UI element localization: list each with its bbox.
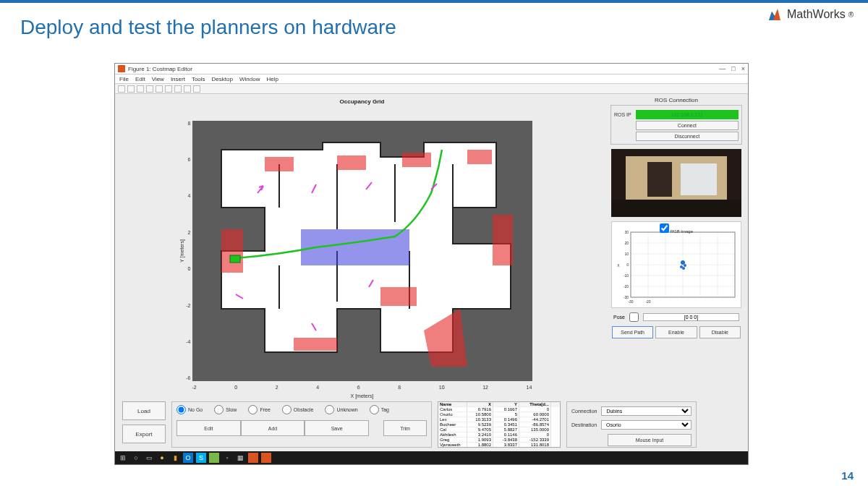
disconnect-button[interactable]: Disconnect [636, 132, 739, 141]
outlook-icon[interactable]: O [183, 453, 193, 463]
svg-text:-20: -20 [645, 299, 650, 304]
occupancy-grid-plot[interactable]: Occupancy Grid Y [meters] X [meters] 864… [115, 94, 609, 397]
menu-help[interactable]: Help [266, 76, 278, 82]
load-button[interactable]: Load [122, 401, 166, 420]
toolbar-icon[interactable] [165, 85, 172, 93]
svg-rect-6 [493, 215, 513, 265]
menu-desktop[interactable]: Desktop [212, 76, 233, 82]
svg-rect-5 [467, 150, 492, 164]
table-row[interactable]: Akhilesh3.24100.11460 [438, 432, 560, 438]
toolbar-icon[interactable] [118, 85, 125, 93]
svg-text:10: 10 [624, 252, 629, 256]
menu-view[interactable]: View [152, 76, 164, 82]
connect-button[interactable]: Connect [636, 121, 739, 130]
toolbar-icon[interactable] [146, 85, 153, 93]
radio-tag[interactable]: Tag [370, 405, 389, 414]
menu-edit[interactable]: Edit [135, 76, 145, 82]
x-axis-label: X [meters] [351, 393, 374, 398]
close-button[interactable]: × [741, 65, 745, 72]
start-icon[interactable]: ⊞ [118, 453, 128, 463]
svg-rect-4 [402, 153, 431, 167]
svg-rect-3 [337, 155, 366, 170]
svg-rect-16 [611, 200, 741, 217]
pose-label: Pose [613, 315, 625, 320]
table-row[interactable]: Osorio10.5800560.0000 [438, 412, 560, 417]
svg-text:X: X [617, 263, 620, 268]
minimize-button[interactable]: — [719, 65, 726, 72]
ros-ip-field[interactable]: 192.168.1.121 [636, 110, 739, 119]
toolbar-icon[interactable] [156, 85, 163, 93]
svg-text:-20: -20 [624, 284, 629, 289]
windows-taskbar[interactable]: ⊞ ○ ▭ ● ▮ O S ◦ ▦ [115, 451, 748, 464]
enable-button[interactable]: Enable [655, 326, 697, 338]
toolbar-icon[interactable] [174, 85, 182, 93]
menu-window[interactable]: Window [239, 76, 260, 82]
app-icon[interactable] [209, 453, 219, 463]
rgb-scatter-plot[interactable]: RGB Image 3020100-10-20-30 -30-20 X [611, 221, 741, 308]
ppt-icon[interactable] [261, 453, 271, 463]
page-number: 14 [841, 469, 854, 482]
svg-rect-15 [681, 163, 717, 195]
svg-text:-30: -30 [628, 299, 633, 304]
svg-point-35 [682, 267, 685, 270]
svg-rect-0 [118, 65, 125, 72]
x-ticks: -202468101214 [192, 385, 532, 390]
radio-nogo[interactable]: No Go [176, 405, 203, 414]
taskview-icon[interactable]: ▭ [144, 453, 154, 463]
trim-button[interactable]: Trim [383, 420, 427, 436]
matlab-icon[interactable] [248, 453, 258, 463]
table-row[interactable]: Cal9.47055.8827135.0000 [438, 427, 560, 432]
menu-tools[interactable]: Tools [192, 76, 205, 82]
svg-rect-14 [647, 162, 672, 197]
app-icon[interactable]: ◦ [222, 453, 232, 463]
table-row[interactable]: Bucheer9.52390.3451-86.8574 [438, 422, 560, 427]
toolbar-icon[interactable] [193, 85, 200, 93]
table-row[interactable]: Lex10.31330.1496-44.2701 [438, 417, 560, 422]
mathworks-icon [767, 6, 784, 23]
connection-select[interactable]: Dubins [601, 406, 692, 416]
disable-button[interactable]: Disable [699, 326, 741, 338]
skype-icon[interactable]: S [196, 453, 206, 463]
radio-unknown[interactable]: Unknown [325, 405, 357, 414]
radio-free[interactable]: Free [248, 405, 270, 414]
svg-text:0: 0 [626, 263, 629, 267]
titlebar: Figure 1: Costmap Editor — □ × [115, 64, 748, 74]
ros-section-title: ROS Connection [610, 97, 742, 103]
radio-obstacle[interactable]: Obstacle [282, 405, 314, 414]
maximize-button[interactable]: □ [731, 65, 735, 72]
svg-rect-2 [265, 157, 294, 171]
search-icon[interactable]: ○ [131, 453, 141, 463]
destination-select[interactable]: Osorio [601, 420, 692, 430]
radio-slow[interactable]: Slow [214, 405, 237, 414]
app-icon [118, 65, 125, 72]
menu-insert[interactable]: Insert [171, 76, 185, 82]
mouse-input-button[interactable]: Mouse Input [608, 434, 692, 446]
menubar[interactable]: File Edit View Insert Tools Desktop Wind… [115, 74, 748, 84]
svg-rect-7 [380, 287, 417, 306]
chrome-icon[interactable]: ● [157, 453, 167, 463]
ros-connection-panel: ROS IP 192.168.1.121 Connect Disconnect [610, 105, 742, 145]
waypoint-table[interactable]: NameXYTheta[d... Carlos0.79160.16670Osor… [438, 401, 561, 448]
table-row[interactable]: Vjeraveeth1.88023.8337131.8018 [438, 443, 560, 448]
slide-title: Deploy and test the planners on hardware [20, 16, 396, 39]
toolbar [115, 84, 748, 94]
pose-value[interactable]: [0 0 0] [643, 313, 739, 321]
explorer-icon[interactable]: ▮ [170, 453, 180, 463]
y-ticks: 86420-2-4-6 [182, 121, 191, 381]
menu-file[interactable]: File [119, 76, 129, 82]
add-button[interactable]: Add [241, 420, 305, 436]
toolbar-icon[interactable] [184, 85, 191, 93]
app-icon[interactable]: ▦ [235, 453, 245, 463]
table-row[interactable]: Carlos0.79160.16670 [438, 407, 560, 412]
table-row[interactable]: Greg1.9093-3.8438-152.3339 [438, 438, 560, 443]
toolbar-icon[interactable] [137, 85, 144, 93]
svg-rect-1 [221, 229, 243, 273]
send-path-button[interactable]: Send Path [612, 326, 653, 338]
occupancy-map[interactable] [192, 121, 532, 381]
pose-checkbox[interactable] [629, 312, 639, 322]
export-button[interactable]: Export [122, 425, 166, 443]
rgb-image-checkbox[interactable] [660, 223, 669, 233]
edit-button[interactable]: Edit [176, 420, 241, 436]
toolbar-icon[interactable] [127, 85, 135, 93]
save-button[interactable]: Save [305, 420, 369, 436]
